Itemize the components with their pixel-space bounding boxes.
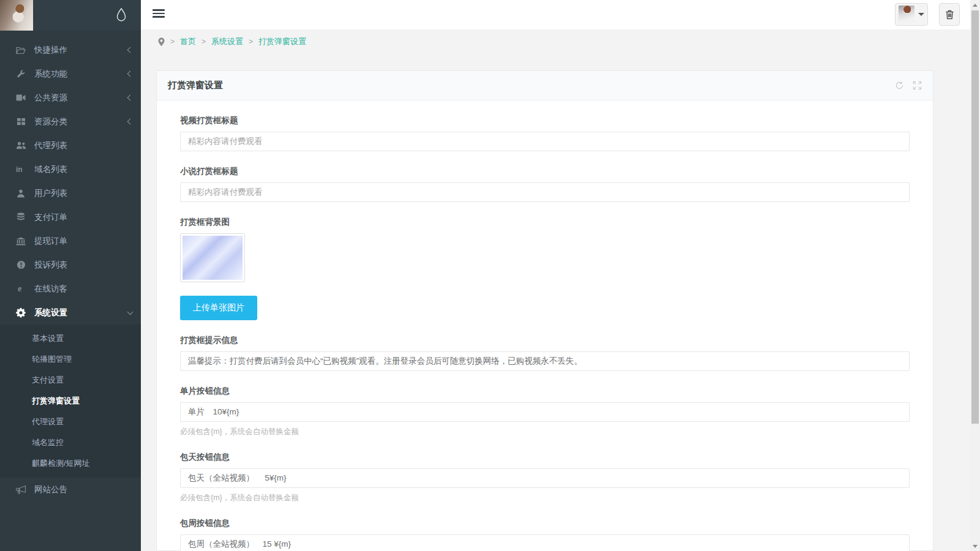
panel-header: 打赏弹窗设置 (157, 71, 933, 100)
user-avatar (899, 6, 914, 23)
user-menu-button[interactable] (895, 3, 928, 26)
hamburger-icon[interactable] (153, 9, 165, 19)
exclamation-circle-icon (15, 260, 26, 269)
trash-button[interactable] (939, 3, 960, 26)
form-field-hint: 必须包含{m}，系统会自动替换金额 (180, 493, 910, 503)
breadcrumb-separator: > (249, 37, 253, 46)
sidebar-item-label: 支付订单 (34, 212, 132, 223)
form-field-hint: 必须包含{m}，系统会自动替换金额 (180, 427, 910, 437)
wrench-icon (15, 69, 26, 78)
sidebar-subitem[interactable]: 支付设置 (0, 370, 141, 391)
sidebar-item-label: 投诉列表 (34, 260, 132, 271)
chevron-left-icon (127, 47, 134, 53)
sidebar-item[interactable]: 代理列表 (0, 133, 141, 157)
linkedin-icon: in (15, 165, 26, 173)
sidebar-item-label: 用户列表 (34, 188, 132, 199)
internet-explorer-icon: e (15, 284, 26, 293)
users-icon (15, 141, 26, 149)
sidebar-item[interactable]: 公共资源 (0, 86, 141, 110)
sidebar-item-label: 网站公告 (34, 484, 132, 495)
content-panel: 打赏弹窗设置 视频打赏框标题小说打赏框标题打赏框背景图上传单张图片打赏框提示信息… (156, 70, 933, 551)
sidebar-item-label: 域名列表 (34, 164, 132, 175)
form-text-input[interactable] (180, 351, 910, 371)
reward-background-thumbnail[interactable] (180, 233, 245, 282)
form-field-label: 单片按钮信息 (180, 386, 910, 397)
sidebar-subitem[interactable]: 麒麟检测/短网址 (0, 453, 141, 474)
sidebar-subitem[interactable]: 基本设置 (0, 328, 141, 349)
sidebar-item-label: 在线访客 (34, 283, 132, 294)
panel-title: 打赏弹窗设置 (168, 80, 895, 91)
sidebar-subitem[interactable]: 域名监控 (0, 432, 141, 453)
scrollbar-down-arrow[interactable] (970, 541, 980, 551)
gear-icon (15, 308, 26, 318)
sidebar-subitem[interactable]: 轮播图管理 (0, 349, 141, 370)
bank-icon (15, 237, 26, 246)
video-camera-icon (15, 94, 26, 101)
breadcrumb-link[interactable]: 首页 (180, 36, 196, 47)
sidebar-item-label: 提现订单 (34, 236, 132, 247)
form-text-input[interactable] (180, 182, 910, 202)
form-field-label: 小说打赏框标题 (180, 166, 910, 177)
expand-icon[interactable] (913, 81, 922, 90)
chevron-left-icon (127, 95, 134, 101)
trash-icon (945, 10, 954, 20)
upload-image-button[interactable]: 上传单张图片 (180, 296, 257, 320)
breadcrumb-separator: > (170, 37, 175, 46)
sidebar-subitem[interactable]: 打赏弹窗设置 (0, 391, 141, 411)
thumbnail-image (183, 236, 243, 280)
sidebar-item-label: 资源分类 (34, 116, 128, 127)
svg-text:in: in (16, 165, 23, 173)
database-icon (15, 212, 26, 222)
sidebar-nav: 快捷操作系统功能公共资源资源分类代理列表in域名列表用户列表支付订单提现订单投诉… (0, 31, 141, 501)
droplet-icon (115, 7, 127, 23)
sidebar-item[interactable]: 网站公告 (0, 478, 141, 501)
sidebar-logo-area (0, 0, 141, 31)
form-field-label: 打赏框提示信息 (180, 335, 910, 346)
sidebar-item-label: 公共资源 (34, 92, 128, 103)
form-text-input[interactable] (180, 402, 910, 422)
topbar (141, 0, 970, 29)
sidebar-subitem[interactable]: 代理设置 (0, 411, 141, 432)
form-field-label: 打赏框背景图 (180, 217, 910, 228)
profile-photo (0, 0, 33, 31)
sidebar-item-label: 系统设置 (34, 307, 128, 318)
grid-icon (15, 117, 26, 126)
form-text-input[interactable] (180, 468, 910, 488)
sidebar-item[interactable]: 支付订单 (0, 205, 141, 229)
form-text-input[interactable] (180, 132, 910, 151)
folder-open-icon (15, 46, 26, 54)
megaphone-icon (15, 485, 26, 494)
refresh-icon[interactable] (895, 81, 904, 90)
breadcrumb-link[interactable]: 系统设置 (211, 36, 243, 47)
chevron-down-icon (127, 309, 134, 315)
caret-down-icon (918, 13, 924, 16)
location-pin-icon (158, 37, 165, 47)
form-field-label: 视频打赏框标题 (180, 115, 910, 126)
sidebar-item[interactable]: 系统设置 (0, 301, 141, 324)
sidebar-item[interactable]: 用户列表 (0, 181, 141, 205)
chevron-left-icon (127, 71, 134, 77)
sidebar-item-label: 代理列表 (34, 140, 132, 151)
sidebar: 快捷操作系统功能公共资源资源分类代理列表in域名列表用户列表支付订单提现订单投诉… (0, 0, 141, 551)
sidebar-item[interactable]: 投诉列表 (0, 253, 141, 277)
page-scrollbar[interactable] (970, 0, 980, 551)
form-text-input[interactable] (180, 534, 910, 551)
sidebar-item[interactable]: 提现订单 (0, 229, 141, 253)
sidebar-item[interactable]: in域名列表 (0, 157, 141, 181)
user-icon (15, 189, 26, 198)
chevron-left-icon (127, 119, 134, 125)
sidebar-item-label: 快捷操作 (34, 45, 128, 56)
svg-text:e: e (17, 284, 21, 293)
sidebar-item[interactable]: 系统功能 (0, 62, 141, 86)
panel-tools (895, 81, 922, 90)
sidebar-item[interactable]: 快捷操作 (0, 38, 141, 62)
sidebar-item[interactable]: e在线访客 (0, 277, 141, 301)
sidebar-item[interactable]: 资源分类 (0, 110, 141, 133)
breadcrumb-separator: > (202, 37, 206, 46)
breadcrumb-link[interactable]: 打赏弹窗设置 (258, 36, 306, 47)
breadcrumb: >首页>系统设置>打赏弹窗设置 (141, 29, 970, 54)
sidebar-item-label: 系统功能 (34, 69, 128, 80)
scrollbar-up-arrow[interactable] (970, 0, 980, 10)
scrollbar-thumb[interactable] (971, 10, 979, 424)
form-field-label: 包天按钮信息 (180, 452, 910, 463)
